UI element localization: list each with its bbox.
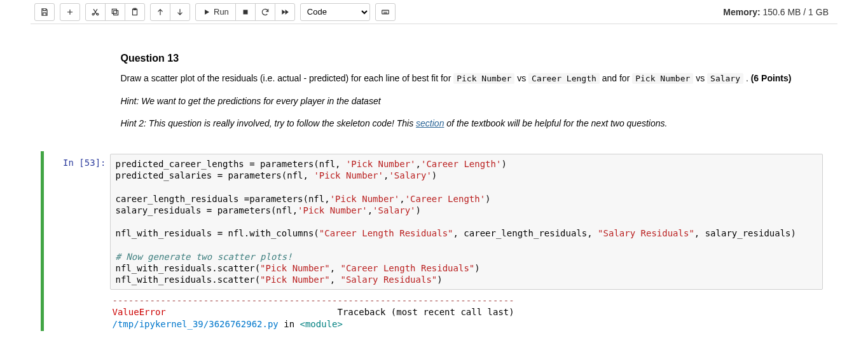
copy-icon — [111, 8, 120, 17]
traceback-module: <module> — [300, 319, 343, 329]
question-body: Draw a scatter plot of the residuals (i.… — [121, 72, 806, 86]
paste-button[interactable] — [125, 3, 145, 21]
move-up-button[interactable] — [150, 3, 170, 21]
plus-icon — [65, 8, 74, 17]
arrow-down-icon — [176, 8, 184, 17]
save-icon — [40, 8, 49, 17]
input-prompt: In [53]: — [46, 154, 110, 290]
memory-label: Memory: — [723, 7, 760, 17]
output-area: ----------------------------------------… — [41, 290, 828, 331]
run-button-label: Run — [214, 7, 229, 17]
inline-code: Pick Number — [632, 73, 693, 84]
cell-type-select[interactable]: Code — [300, 3, 370, 21]
restart-run-all-button[interactable] — [275, 3, 295, 21]
cut-button[interactable] — [85, 3, 106, 21]
fast-forward-icon — [280, 8, 289, 17]
code-input-area[interactable]: predicted_career_lengths = parameters(nf… — [110, 154, 823, 290]
code-cell[interactable]: In [53]: predicted_career_lengths = para… — [41, 151, 828, 290]
toolbar: Run Code Memory: 150.6 MB / 1 GB — [31, 0, 837, 24]
play-icon — [202, 8, 211, 17]
inline-code: Career Length — [528, 73, 600, 84]
stop-icon — [241, 8, 250, 17]
markdown-cell[interactable]: Question 13 Draw a scatter plot of the r… — [112, 53, 815, 151]
insert-cell-button[interactable] — [60, 3, 80, 21]
svg-rect-6 — [243, 10, 247, 14]
inline-code: Salary — [707, 73, 743, 84]
restart-button[interactable] — [255, 3, 275, 21]
inline-code: Pick Number — [453, 73, 514, 84]
traceback-path: /tmp/ipykernel_39/3626762962.py — [113, 319, 279, 329]
hint-2: Hint 2: This question is really involved… — [121, 117, 806, 131]
command-palette-button[interactable] — [375, 3, 396, 21]
svg-rect-3 — [112, 9, 116, 13]
in-text: in — [279, 319, 300, 329]
traceback-label: Traceback (most recent call last) — [338, 307, 514, 317]
memory-indicator: Memory: 150.6 MB / 1 GB — [723, 7, 834, 17]
question-title: Question 13 — [121, 53, 806, 64]
interrupt-button[interactable] — [235, 3, 256, 21]
move-down-button[interactable] — [170, 3, 190, 21]
output-body: ----------------------------------------… — [110, 294, 823, 331]
memory-value: 150.6 MB / 1 GB — [763, 7, 829, 17]
svg-point-0 — [92, 13, 94, 15]
error-name: ValueError — [113, 307, 166, 317]
svg-rect-7 — [382, 10, 389, 14]
hint-1: Hint: We want to get the predictions for… — [121, 95, 806, 109]
keyboard-icon — [381, 8, 390, 17]
arrow-up-icon — [156, 8, 165, 17]
traceback-dashes: ----------------------------------------… — [113, 295, 514, 306]
copy-button[interactable] — [105, 3, 125, 21]
clipboard-icon — [130, 8, 139, 17]
section-link[interactable]: section — [416, 118, 444, 128]
points: (6 Points) — [751, 73, 792, 83]
scissors-icon — [91, 8, 100, 17]
refresh-icon — [261, 8, 270, 17]
notebook-container: Question 13 Draw a scatter plot of the r… — [40, 37, 829, 332]
run-button[interactable]: Run — [195, 3, 236, 21]
svg-rect-2 — [114, 10, 118, 15]
save-button[interactable] — [34, 3, 55, 21]
svg-point-1 — [97, 13, 99, 15]
